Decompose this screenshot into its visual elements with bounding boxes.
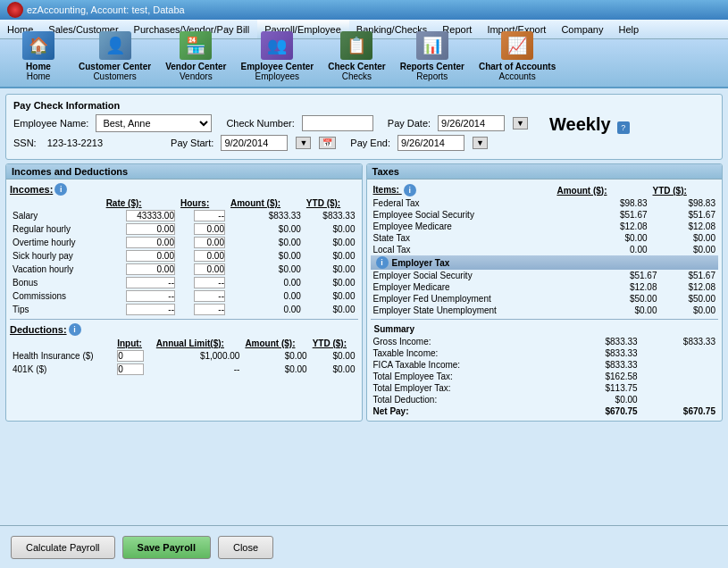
employer-tax-info-icon[interactable]: i <box>376 256 389 269</box>
er-tax-amount: $51.67 <box>601 270 660 281</box>
income-hours[interactable] <box>178 263 228 276</box>
summary-ytd <box>640 394 718 405</box>
deduction-input[interactable] <box>114 349 154 363</box>
income-hours[interactable] <box>178 209 228 222</box>
deduction-input[interactable] <box>114 363 154 376</box>
toolbar-employee-center[interactable]: 👥 Employee Center Employees <box>236 29 320 83</box>
ded-name-header <box>10 338 114 349</box>
save-payroll-button[interactable]: Save Payroll <box>122 536 211 559</box>
home-icon: 🏠 <box>22 31 54 60</box>
pay-start-dropdown-icon[interactable]: ▼ <box>296 137 311 149</box>
income-row: Vacation hourly $0.00 $0.00 <box>10 263 358 276</box>
main-content: Pay Check Information Employee Name: Bes… <box>0 88 728 525</box>
check-number-input[interactable] <box>302 115 373 131</box>
pay-end-dropdown-icon[interactable]: ▼ <box>473 137 488 149</box>
pay-date-input[interactable] <box>438 115 505 131</box>
deduction-name: Health Insurance ($) <box>10 349 114 363</box>
income-rate[interactable] <box>104 236 178 249</box>
income-hours[interactable] <box>178 249 228 263</box>
income-rate[interactable] <box>104 222 178 236</box>
income-row: Tips 0.00 $0.00 <box>10 303 358 316</box>
employee-name-select[interactable]: Best, Anne <box>96 114 212 132</box>
income-ytd: $833.33 <box>304 209 358 222</box>
income-row: Salary $833.33 $833.33 <box>10 209 358 222</box>
income-ytd: $0.00 <box>304 249 358 263</box>
toolbar-customer-sublabel: Customers <box>93 71 136 81</box>
deductions-info-icon[interactable]: i <box>69 323 81 336</box>
income-rate[interactable] <box>104 303 178 316</box>
toolbar-chart-sublabel: Accounts <box>499 71 536 81</box>
income-rate[interactable] <box>104 249 178 263</box>
income-rate[interactable] <box>104 289 178 303</box>
er-tax-ytd: $12.08 <box>659 281 718 293</box>
summary-label: FICA Taxable Income: <box>371 359 563 371</box>
employee-tax-row: State Tax $0.00 $0.00 <box>371 232 719 244</box>
income-rate[interactable] <box>104 263 178 276</box>
summary-row: Net Pay: $670.75 $670.75 <box>371 405 719 417</box>
income-hours[interactable] <box>178 222 228 236</box>
emp-tax-name: Local Tax <box>371 244 555 255</box>
app-logo <box>7 2 23 18</box>
toolbar-vendor-center[interactable]: 🏪 Vendor Center Vendors <box>160 29 231 83</box>
income-name: Vacation hourly <box>10 263 104 276</box>
summary-label: Net Pay: <box>371 405 563 417</box>
pay-end-input[interactable] <box>397 135 464 151</box>
summary-ytd <box>640 371 718 382</box>
income-name: Overtime hourly <box>10 236 104 249</box>
taxes-info-icon[interactable]: i <box>404 184 416 196</box>
close-button[interactable]: Close <box>218 536 273 559</box>
toolbar-vendor-label: Vendor Center <box>165 62 226 71</box>
reports-icon: 📊 <box>416 31 448 60</box>
emp-tax-amount: $0.00 <box>554 232 649 244</box>
income-hours[interactable] <box>178 289 228 303</box>
incomes-label: Incomes: <box>10 184 53 195</box>
summary-label: Total Deduction: <box>371 394 563 405</box>
employer-tax-label: Employer Tax <box>392 258 450 268</box>
ssn-label: SSN: <box>13 138 37 148</box>
income-rate[interactable] <box>104 276 178 289</box>
toolbar-employee-sublabel: Employees <box>255 71 299 81</box>
emp-tax-amount: $51.67 <box>554 209 649 221</box>
toolbar-customer-center[interactable]: 👤 Customer Center Customers <box>73 29 156 83</box>
pay-start-input[interactable] <box>221 135 288 151</box>
income-row: Bonus 0.00 $0.00 <box>10 276 358 289</box>
title-bar: ezAccounting, Account: test, Databa <box>0 0 728 20</box>
income-ytd-header: YTD ($): <box>304 197 358 209</box>
summary-table: Gross Income: $833.33 $833.33 Taxable In… <box>371 336 719 417</box>
income-amount: $0.00 <box>228 263 304 276</box>
summary-row: FICA Taxable Income: $833.33 <box>371 359 719 371</box>
employee-tax-row: Employee Medicare $12.08 $12.08 <box>371 221 719 232</box>
emp-tax-amount: 0.00 <box>554 244 649 255</box>
calculate-payroll-button[interactable]: Calculate Payroll <box>11 536 115 559</box>
emp-tax-amount: $12.08 <box>554 221 649 232</box>
menu-help[interactable]: Help <box>611 20 647 38</box>
toolbar-check-center[interactable]: 📋 Check Center Checks <box>322 29 390 83</box>
toolbar-reports-label: Reports Center <box>400 62 464 71</box>
income-hours[interactable] <box>178 236 228 249</box>
pay-date-dropdown-icon[interactable]: ▼ <box>513 117 528 129</box>
pay-start-calendar-icon[interactable]: 📅 <box>319 137 336 149</box>
toolbar-check-label: Check Center <box>328 62 385 71</box>
frequency-corner-btn[interactable]: ? <box>617 121 630 134</box>
toolbar-chart-accounts[interactable]: 📈 Chart of Accounts Accounts <box>473 29 561 83</box>
ded-amount-header: Amount ($): <box>242 338 309 349</box>
toolbar-home[interactable]: 🏠 Home Home <box>7 29 70 83</box>
income-rate[interactable] <box>104 209 178 222</box>
toolbar-reports-center[interactable]: 📊 Reports Center Reports <box>395 29 470 83</box>
toolbar-home-sublabel: Home <box>27 71 51 81</box>
er-tax-ytd: $0.00 <box>659 305 718 316</box>
employer-tax-header: i Employer Tax <box>371 255 719 270</box>
incomes-info-icon[interactable]: i <box>54 183 67 196</box>
income-name: Sick hourly pay <box>10 249 104 263</box>
tax-ytd-header: YTD ($): <box>650 183 718 197</box>
menu-company[interactable]: Company <box>554 20 611 38</box>
income-row: Overtime hourly $0.00 $0.00 <box>10 236 358 249</box>
income-hours[interactable] <box>178 276 228 289</box>
summary-amount: $162.58 <box>562 371 640 382</box>
income-hours[interactable] <box>178 303 228 316</box>
income-ytd: $0.00 <box>304 303 358 316</box>
pay-date-label: Pay Date: <box>388 118 431 129</box>
toolbar-vendor-sublabel: Vendors <box>180 71 213 81</box>
toolbar-check-sublabel: Checks <box>342 71 372 81</box>
toolbar: 🏠 Home Home 👤 Customer Center Customers … <box>0 39 728 88</box>
